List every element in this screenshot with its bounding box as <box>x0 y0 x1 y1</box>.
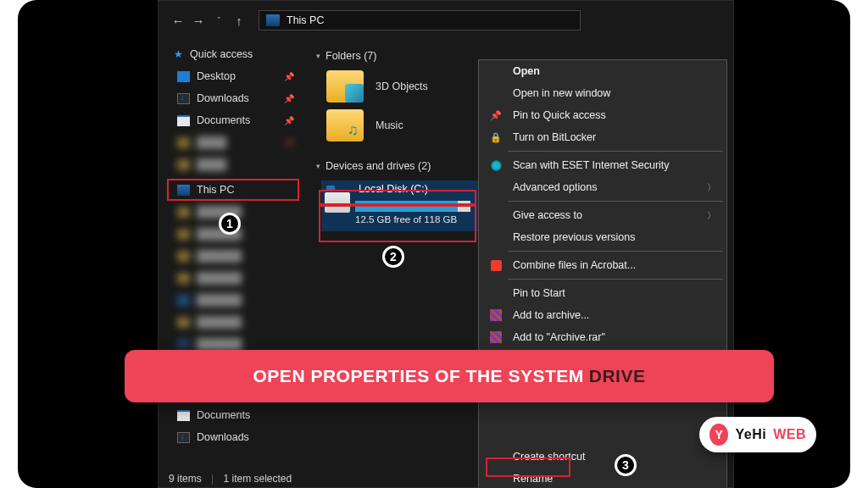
menu-combine-acrobat[interactable]: Combine files in Acrobat... <box>479 254 726 276</box>
chevron-down-icon: ▾ <box>316 52 320 60</box>
sidebar-item-downloads-2[interactable]: Downloads <box>159 426 303 448</box>
menu-add-archive-rar[interactable]: Add to "Archive.rar" <box>479 326 726 348</box>
menu-label: Open <box>513 65 540 77</box>
section-label: Devices and drives (2) <box>326 160 431 172</box>
badge-label: 1 <box>226 217 233 230</box>
sidebar-label: Quick access <box>190 48 253 60</box>
logo-glyph: Y <box>709 424 728 446</box>
chevron-down-icon: ▾ <box>316 162 320 170</box>
this-pc-icon <box>266 14 280 26</box>
eset-icon <box>489 158 503 172</box>
menu-separator <box>508 201 723 202</box>
menu-label: Add to archive... <box>513 309 589 321</box>
sidebar-item-blurred: ██████ <box>159 289 303 311</box>
sidebar-item-label: This PC <box>197 184 234 196</box>
downloads-icon <box>177 93 190 104</box>
star-icon: ★ <box>174 48 183 60</box>
sidebar-item-downloads[interactable]: Downloads 📌 <box>159 87 303 109</box>
pin-icon: 📌 <box>284 72 294 81</box>
sidebar-item-label: Documents <box>197 409 250 421</box>
drive-icon <box>325 192 350 213</box>
status-selected-count: 1 item selected <box>224 473 292 485</box>
navigation-pane: ★ Quick access Desktop 📌 Downloads 📌 Doc… <box>159 43 303 467</box>
caption-text-accent: DRIVE <box>589 366 646 386</box>
logo-text-1: YeHi <box>735 427 766 442</box>
chevron-right-icon: 〉 <box>707 181 716 194</box>
sidebar-item-blurred: ██████ <box>159 245 303 267</box>
sidebar-item-blurred: ██████ <box>159 267 303 289</box>
menu-bitlocker[interactable]: 🔒Turn on BitLocker <box>479 126 726 148</box>
pin-icon: 📌 <box>489 108 503 122</box>
badge-2: 2 <box>382 246 404 268</box>
badge-3: 3 <box>615 454 637 476</box>
menu-pin-start[interactable]: Pin to Start <box>479 282 726 304</box>
context-menu: Open Open in new window 📌Pin to Quick ac… <box>478 59 727 488</box>
stage-frame: ← → ˅ ↑ This PC ★ Quick access Desktop 📌 <box>18 0 850 488</box>
menu-label: Rename <box>513 473 553 485</box>
sidebar-item-desktop[interactable]: Desktop 📌 <box>159 65 303 87</box>
menu-give-access-to[interactable]: Give access to〉 <box>479 204 726 226</box>
winrar-icon <box>489 330 503 344</box>
menu-label: Give access to <box>513 209 582 221</box>
drive-free-text: 12.5 GB free of 118 GB <box>355 214 457 225</box>
documents-icon <box>177 410 190 421</box>
sidebar-item-documents-2[interactable]: Documents <box>159 404 303 426</box>
menu-label: Scan with ESET Internet Security <box>513 159 670 171</box>
forward-icon[interactable]: → <box>191 14 206 28</box>
menu-label: Restore previous versions <box>513 231 636 243</box>
drive-local-disk-c[interactable]: Local Disk (C:) 12.5 GB free of 118 GB <box>321 180 479 231</box>
menu-pin-quick-access[interactable]: 📌Pin to Quick access <box>479 104 726 126</box>
history-chevron-icon[interactable]: ˅ <box>211 16 226 25</box>
sidebar-item-documents[interactable]: Documents 📌 <box>159 109 303 131</box>
sidebar-item-blurred: ████📌 <box>159 131 303 153</box>
section-label: Folders (7) <box>326 50 376 62</box>
badge-label: 3 <box>622 458 629 472</box>
menu-label: Pin to Start <box>513 287 565 299</box>
nav-bar: ← → ˅ ↑ This PC <box>159 8 581 33</box>
sidebar-quick-access[interactable]: ★ Quick access <box>159 43 303 65</box>
folder-icon <box>326 109 364 141</box>
status-item-count: 9 items <box>169 473 202 485</box>
menu-label: Combine files in Acrobat... <box>513 259 636 271</box>
menu-create-shortcut[interactable]: Create shortcut <box>479 446 726 468</box>
acrobat-icon <box>489 258 503 272</box>
downloads-icon <box>177 432 190 443</box>
brand-logo: Y YeHiWEB <box>699 417 816 452</box>
pin-icon: 📌 <box>284 116 294 125</box>
sidebar-item-blurred: ████ <box>159 153 303 175</box>
desktop-icon <box>177 71 190 82</box>
menu-restore-versions[interactable]: Restore previous versions <box>479 226 726 248</box>
logo-text-2: WEB <box>773 427 806 442</box>
sidebar-item-label: Downloads <box>197 92 249 104</box>
menu-label: Open in new window <box>513 87 610 99</box>
this-pc-icon <box>177 185 190 196</box>
menu-label: Add to "Archive.rar" <box>513 331 605 343</box>
back-icon[interactable]: ← <box>170 14 186 28</box>
badge-label: 2 <box>390 250 397 263</box>
badge-1: 1 <box>219 213 241 235</box>
sidebar-item-this-pc[interactable]: This PC <box>167 179 299 201</box>
menu-open-new-window[interactable]: Open in new window <box>479 82 726 104</box>
sidebar-item-blurred: ██████ <box>159 311 303 333</box>
menu-add-archive[interactable]: Add to archive... <box>479 304 726 326</box>
menu-separator <box>508 151 723 152</box>
menu-label: Pin to Quick access <box>513 109 606 121</box>
menu-label: Advanced options <box>513 181 597 193</box>
menu-advanced-options[interactable]: Advanced options〉 <box>479 176 726 198</box>
sidebar-item-label: Desktop <box>197 70 236 82</box>
drive-usage-bar <box>355 201 470 212</box>
address-text: This PC <box>287 14 324 26</box>
up-icon[interactable]: ↑ <box>231 14 247 28</box>
menu-open[interactable]: Open <box>479 60 726 82</box>
menu-rename[interactable]: Rename <box>479 468 726 488</box>
caption-banner: OPEN PROPERTIES OF THE SYSTEM DRIVE <box>125 350 774 402</box>
documents-icon <box>177 115 190 126</box>
caption-text: OPEN PROPERTIES OF THE SYSTEM <box>253 366 584 386</box>
menu-eset-scan[interactable]: Scan with ESET Internet Security <box>479 154 726 176</box>
pin-icon: 📌 <box>284 94 294 103</box>
menu-separator <box>508 279 723 280</box>
chevron-right-icon: 〉 <box>707 209 716 222</box>
winrar-icon <box>489 308 503 322</box>
lock-icon: 🔒 <box>489 130 503 144</box>
address-bar[interactable]: This PC <box>259 10 581 30</box>
